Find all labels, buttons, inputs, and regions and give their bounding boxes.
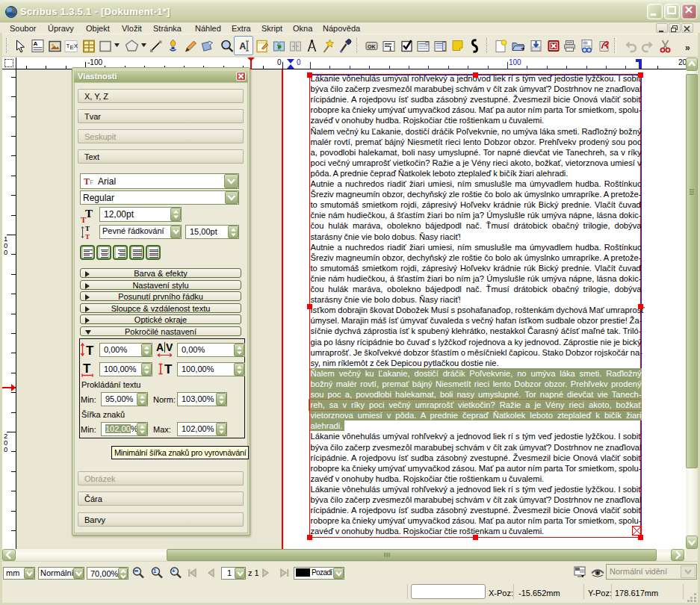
svg-text:A: A	[240, 41, 247, 52]
svg-text:T: T	[81, 215, 87, 223]
svg-text:V: V	[166, 341, 173, 353]
svg-text:T: T	[85, 225, 90, 232]
svg-text:T: T	[85, 208, 93, 220]
svg-text:T: T	[86, 344, 94, 358]
svg-text:1: 1	[153, 568, 156, 574]
svg-text:A: A	[34, 40, 38, 47]
svg-text:+: +	[172, 568, 175, 574]
svg-text:A: A	[156, 341, 164, 353]
svg-text:T: T	[164, 362, 173, 376]
svg-text:T: T	[83, 362, 91, 376]
svg-text:OK: OK	[368, 44, 376, 49]
svg-text:T: T	[85, 233, 90, 241]
